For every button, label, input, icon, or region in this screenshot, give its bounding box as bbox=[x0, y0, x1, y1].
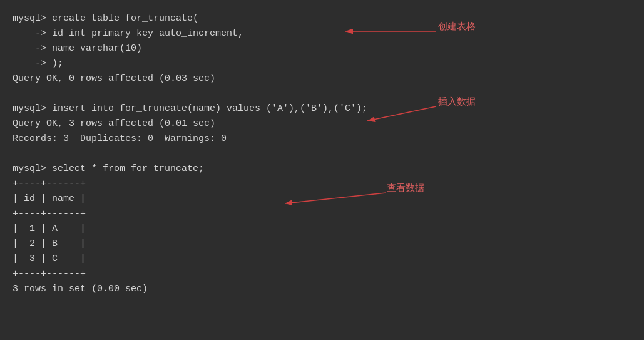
line-16: | 2 | B | bbox=[13, 237, 631, 252]
line-13: | id | name | bbox=[13, 192, 631, 207]
line-8: Query OK, 3 rows affected (0.01 sec) bbox=[13, 116, 631, 131]
line-4: -> ); bbox=[13, 56, 631, 71]
line-1: mysql> create table for_truncate( bbox=[13, 11, 631, 26]
terminal-content: mysql> create table for_truncate( -> id … bbox=[13, 11, 631, 297]
insert-data-annotation: 插入数据 bbox=[438, 96, 476, 108]
line-3: -> name varchar(10) bbox=[13, 41, 631, 56]
line-5: Query OK, 0 rows affected (0.03 sec) bbox=[13, 71, 631, 86]
line-17: | 3 | C | bbox=[13, 252, 631, 267]
select-data-annotation: 查看数据 bbox=[387, 182, 424, 194]
line-15: | 1 | A | bbox=[13, 222, 631, 237]
line-12: +----+------+ bbox=[13, 177, 631, 192]
line-7: mysql> insert into for_truncate(name) va… bbox=[13, 101, 631, 116]
line-10 bbox=[13, 147, 631, 162]
line-9: Records: 3 Duplicates: 0 Warnings: 0 bbox=[13, 131, 631, 147]
line-18: +----+------+ bbox=[13, 267, 631, 282]
line-6 bbox=[13, 86, 631, 101]
line-19: 3 rows in set (0.00 sec) bbox=[13, 282, 631, 297]
terminal-window: mysql> create table for_truncate( -> id … bbox=[0, 0, 644, 308]
create-table-annotation: 创建表格 bbox=[438, 21, 476, 33]
line-2: -> id int primary key auto_increment, bbox=[13, 26, 631, 41]
line-14: +----+------+ bbox=[13, 207, 631, 222]
line-11: mysql> select * from for_truncate; bbox=[13, 162, 631, 177]
